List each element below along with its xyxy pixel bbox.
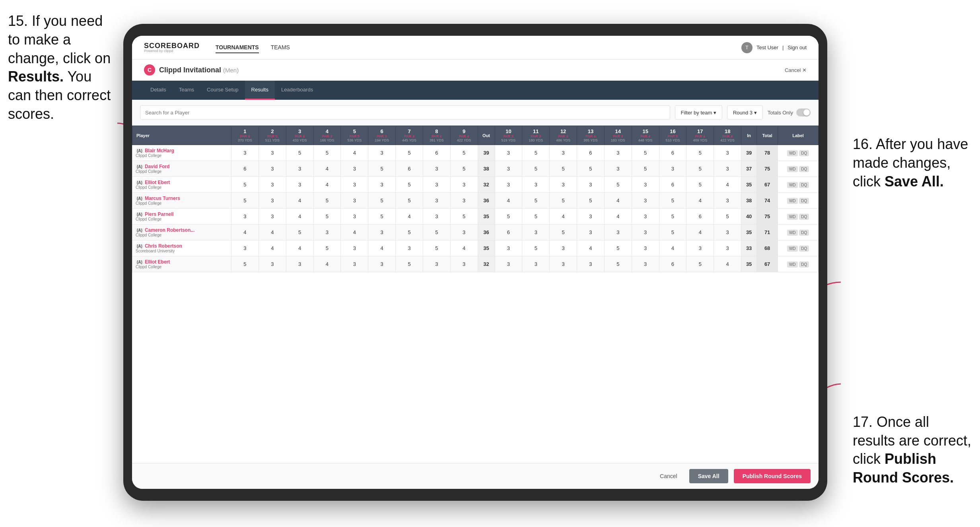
score-front-6[interactable]: 3 [368, 145, 396, 161]
score-back-17[interactable]: 5 [686, 145, 714, 161]
score-back-16[interactable]: 6 [659, 145, 686, 161]
score-back-11[interactable]: 3 [522, 225, 550, 240]
score-front-6[interactable]: 4 [368, 240, 396, 256]
score-front-9[interactable]: 4 [450, 240, 478, 256]
score-back-18[interactable]: 4 [714, 256, 741, 272]
tab-leaderboards[interactable]: Leaderboards [275, 81, 319, 100]
dq-badge[interactable]: DQ [799, 198, 809, 204]
score-back-16[interactable]: 6 [659, 256, 686, 272]
score-front-6[interactable]: 3 [368, 225, 396, 240]
score-front-8[interactable]: 3 [423, 209, 450, 225]
score-back-15[interactable]: 5 [632, 161, 659, 177]
score-front-4[interactable]: 4 [313, 256, 341, 272]
score-back-17[interactable]: 5 [686, 256, 714, 272]
score-back-16[interactable]: 5 [659, 209, 686, 225]
score-front-1[interactable]: 3 [231, 209, 259, 225]
score-back-14[interactable]: 4 [604, 209, 632, 225]
score-front-9[interactable]: 5 [450, 209, 478, 225]
score-back-15[interactable]: 3 [632, 225, 659, 240]
score-back-14[interactable]: 5 [604, 240, 632, 256]
score-back-13[interactable]: 3 [577, 256, 605, 272]
score-front-3[interactable]: 3 [286, 161, 313, 177]
score-back-17[interactable]: 4 [686, 193, 714, 209]
score-back-13[interactable]: 4 [577, 240, 605, 256]
score-back-17[interactable]: 5 [686, 177, 714, 193]
score-back-14[interactable]: 5 [604, 177, 632, 193]
score-front-1[interactable]: 5 [231, 256, 259, 272]
score-back-13[interactable]: 6 [577, 145, 605, 161]
score-front-2[interactable]: 3 [259, 161, 286, 177]
score-front-1[interactable]: 3 [231, 145, 259, 161]
score-front-2[interactable]: 3 [259, 177, 286, 193]
score-back-12[interactable]: 3 [550, 177, 577, 193]
score-back-12[interactable]: 5 [550, 225, 577, 240]
save-all-button[interactable]: Save All [689, 469, 728, 483]
score-front-9[interactable]: 3 [450, 225, 478, 240]
score-front-5[interactable]: 3 [341, 209, 368, 225]
score-front-8[interactable]: 3 [423, 193, 450, 209]
score-front-2[interactable]: 3 [259, 145, 286, 161]
score-back-15[interactable]: 5 [632, 145, 659, 161]
score-front-8[interactable]: 6 [423, 145, 450, 161]
score-front-4[interactable]: 4 [313, 161, 341, 177]
score-back-13[interactable]: 3 [577, 209, 605, 225]
score-back-16[interactable]: 5 [659, 193, 686, 209]
search-input[interactable] [140, 105, 670, 120]
score-front-7[interactable]: 5 [396, 256, 423, 272]
score-front-3[interactable]: 5 [286, 145, 313, 161]
score-front-3[interactable]: 4 [286, 209, 313, 225]
score-front-3[interactable]: 3 [286, 177, 313, 193]
dq-badge[interactable]: DQ [799, 166, 809, 172]
score-front-7[interactable]: 5 [396, 193, 423, 209]
score-front-5[interactable]: 3 [341, 193, 368, 209]
score-back-13[interactable]: 3 [577, 225, 605, 240]
score-back-15[interactable]: 3 [632, 240, 659, 256]
score-front-4[interactable]: 5 [313, 145, 341, 161]
score-back-10[interactable]: 3 [495, 161, 522, 177]
score-back-11[interactable]: 5 [522, 193, 550, 209]
score-front-9[interactable]: 3 [450, 177, 478, 193]
wd-badge[interactable]: WD [787, 246, 798, 252]
score-back-10[interactable]: 6 [495, 225, 522, 240]
score-front-9[interactable]: 5 [450, 161, 478, 177]
score-back-13[interactable]: 5 [577, 193, 605, 209]
score-front-6[interactable]: 5 [368, 209, 396, 225]
wd-badge[interactable]: WD [787, 262, 798, 267]
score-front-8[interactable]: 5 [423, 225, 450, 240]
score-front-7[interactable]: 3 [396, 240, 423, 256]
score-back-11[interactable]: 5 [522, 161, 550, 177]
score-back-12[interactable]: 5 [550, 161, 577, 177]
wd-badge[interactable]: WD [787, 198, 798, 204]
score-back-14[interactable]: 4 [604, 193, 632, 209]
score-front-5[interactable]: 3 [341, 161, 368, 177]
cancel-tournament-button[interactable]: Cancel ✕ [785, 67, 807, 73]
score-back-18[interactable]: 3 [714, 240, 741, 256]
dq-badge[interactable]: DQ [799, 262, 809, 267]
score-back-18[interactable]: 3 [714, 145, 741, 161]
dq-badge[interactable]: DQ [799, 230, 809, 236]
score-back-16[interactable]: 5 [659, 225, 686, 240]
score-front-6[interactable]: 3 [368, 177, 396, 193]
score-back-17[interactable]: 6 [686, 209, 714, 225]
score-front-5[interactable]: 4 [341, 145, 368, 161]
score-back-11[interactable]: 3 [522, 177, 550, 193]
score-back-15[interactable]: 3 [632, 177, 659, 193]
score-back-10[interactable]: 3 [495, 177, 522, 193]
score-back-12[interactable]: 3 [550, 145, 577, 161]
score-front-9[interactable]: 5 [450, 145, 478, 161]
score-back-12[interactable]: 3 [550, 240, 577, 256]
score-front-1[interactable]: 6 [231, 161, 259, 177]
score-back-12[interactable]: 4 [550, 209, 577, 225]
score-front-1[interactable]: 5 [231, 177, 259, 193]
score-front-6[interactable]: 5 [368, 161, 396, 177]
round-selector-button[interactable]: Round 3 ▾ [727, 105, 763, 120]
nav-teams[interactable]: TEAMS [271, 42, 290, 53]
dq-badge[interactable]: DQ [799, 214, 809, 220]
score-back-13[interactable]: 3 [577, 177, 605, 193]
score-front-5[interactable]: 4 [341, 225, 368, 240]
score-front-6[interactable]: 5 [368, 193, 396, 209]
wd-badge[interactable]: WD [787, 214, 798, 220]
score-front-4[interactable]: 3 [313, 225, 341, 240]
score-back-14[interactable]: 5 [604, 256, 632, 272]
score-back-12[interactable]: 3 [550, 256, 577, 272]
